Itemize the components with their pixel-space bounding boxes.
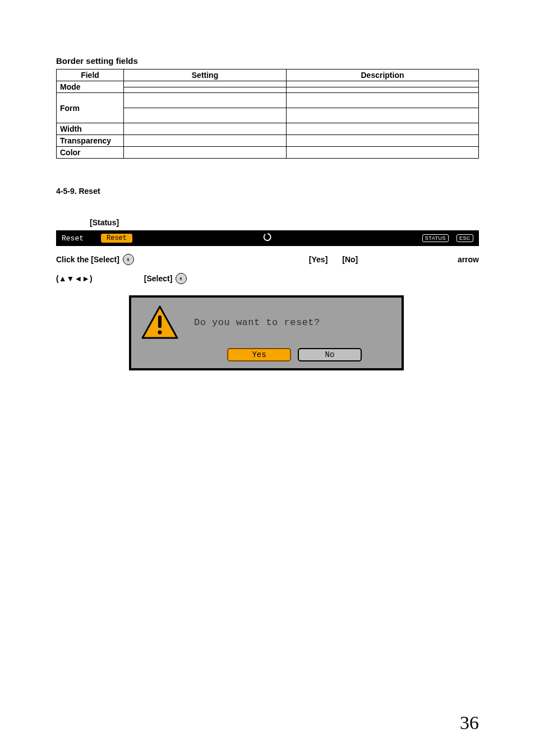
instr-arrow-word: arrow (458, 255, 479, 264)
cell-description (287, 108, 479, 123)
border-setting-table: Field Setting Description Mode Form (56, 69, 479, 159)
instr-no: [No] (342, 255, 358, 264)
warning-icon (141, 305, 178, 339)
instruction-line-2: (▲▼◄►) [Select] (56, 273, 479, 284)
cell-description (287, 135, 479, 147)
cell-setting (124, 81, 287, 87)
field-width: Width (57, 123, 124, 135)
th-setting: Setting (124, 69, 287, 81)
osd-bar: Reset Reset STATUS ESC (56, 230, 479, 246)
th-field: Field (57, 69, 124, 81)
cell-description (287, 87, 479, 93)
section-title: Border setting fields (56, 56, 479, 66)
osd-reset-chip[interactable]: Reset (100, 233, 133, 243)
status-badge[interactable]: STATUS (422, 234, 449, 242)
field-mode: Mode (57, 81, 124, 93)
reset-confirm-dialog: Do you want to reset? Yes No (129, 295, 404, 370)
dialog-no-button[interactable]: No (298, 348, 362, 361)
cell-description (287, 93, 479, 108)
page-number: 36 (460, 712, 479, 734)
field-color: Color (57, 147, 124, 159)
status-label: [Status] (90, 218, 479, 227)
table-row: Color (57, 147, 479, 159)
cell-setting (124, 87, 287, 93)
instruction-line-1: Click the [Select] [Yes] [No] arrow (56, 254, 479, 265)
instr-yes: [Yes] (309, 255, 328, 264)
svg-point-2 (158, 331, 162, 335)
instr-select-label: [Select] (144, 274, 173, 283)
cell-setting (124, 123, 287, 135)
select-icon (176, 273, 187, 284)
select-icon (123, 254, 134, 265)
table-row: Width (57, 123, 479, 135)
field-form: Form (57, 93, 124, 123)
cell-description (287, 147, 479, 159)
table-row: Form (57, 93, 479, 108)
osd-title: Reset (62, 234, 84, 243)
svg-rect-1 (158, 316, 162, 328)
table-row: Transparency (57, 135, 479, 147)
field-transparency: Transparency (57, 135, 124, 147)
cell-setting (124, 135, 287, 147)
reset-arrow-icon (263, 233, 272, 244)
cell-setting (124, 108, 287, 123)
arrow-keys-icon: (▲▼◄►) (56, 274, 93, 283)
subsection-heading: 4-5-9. Reset (56, 187, 479, 196)
esc-badge[interactable]: ESC (456, 234, 473, 242)
instr-text: Click the [Select] (56, 255, 119, 264)
cell-description (287, 81, 479, 87)
dialog-yes-button[interactable]: Yes (227, 348, 291, 361)
dialog-message: Do you want to reset? (194, 317, 320, 328)
cell-setting (124, 147, 287, 159)
th-description: Description (287, 69, 479, 81)
cell-setting (124, 93, 287, 108)
table-row: Mode (57, 81, 479, 87)
cell-description (287, 123, 479, 135)
